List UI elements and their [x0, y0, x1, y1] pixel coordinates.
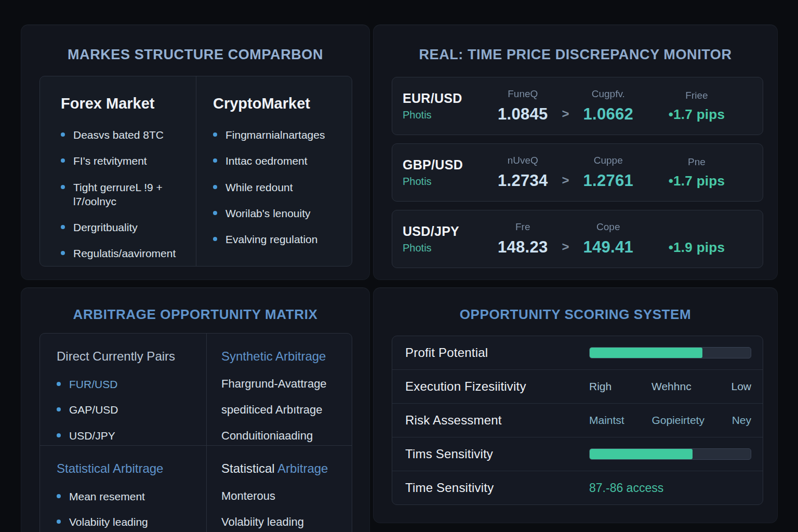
arbitrage-matrix-title: ARBITRAGE OPPORTUNITY MATRIX — [21, 307, 369, 323]
forex-price-cell: nUveQ 1.2734 — [490, 155, 556, 190]
score-row-risk-assessment: Risk Assessment Maintst Gopieirtety Ney — [392, 403, 763, 437]
crypto-price-cell: Cope 149.41 — [576, 221, 642, 257]
spread-cell: •1.9 pips — [641, 223, 752, 256]
list-item: Dergritbuality — [61, 220, 187, 234]
score-value-text: Wehhnc — [651, 380, 691, 393]
pair-sublabel: Photis — [403, 109, 490, 121]
list-item-text: GAP/USD — [69, 403, 118, 417]
spread-value: •1.9 pips — [641, 240, 752, 256]
score-value-area: Righ Wehhnc Low — [589, 380, 751, 393]
list-item-text: Fingmarnialnartages — [225, 128, 325, 142]
currency-pair-label: GBP/USD — [403, 157, 490, 172]
synthetic-arbitrage-heading: Synthetic Arbitrage — [221, 349, 343, 364]
list-item: FI's retvityment — [61, 154, 187, 168]
list-item-text: USD/JPY — [69, 429, 115, 443]
forex-price-value: 1.0845 — [490, 105, 556, 124]
forex-market-list: Deasvs bated 8TC FI's retvityment Tight … — [61, 128, 187, 261]
progress-bar-fill — [590, 348, 702, 358]
score-value-area — [589, 448, 751, 460]
currency-pair-label: USD/JPY — [403, 224, 490, 239]
bullet-dot-icon — [213, 158, 217, 163]
progress-bar-fill — [590, 449, 693, 459]
list-item: Fingmarnialnartages — [213, 128, 342, 142]
list-item-text: Volabiity leading — [221, 515, 343, 529]
price-row-gbpusd: GBP/USD Photis nUveQ 1.2734 > Cuppe 1.27… — [392, 143, 763, 202]
list-item: FUR/USD — [57, 377, 198, 391]
scoring-card: Profit Potential Execution Fizesiitivity… — [392, 336, 763, 505]
list-item-text: Dergritbuality — [73, 220, 138, 234]
bullet-dot-icon — [57, 382, 61, 386]
statistical-arbitrage-left-cell: Statistical Arbitrage Mean resement Vola… — [40, 445, 206, 532]
heading-part: Arbitrage — [275, 461, 328, 475]
statistical-arbitrage-right-cell: Statistical Arbitrage Monterous Volabiit… — [206, 445, 352, 532]
crypto-price-header: Cuppe — [576, 155, 642, 168]
list-item: Volabiity leading — [57, 515, 198, 529]
arrow-right-icon: > — [556, 240, 576, 254]
crypto-market-heading: CryptoMarket — [213, 95, 342, 112]
list-item: Mean resement — [57, 489, 198, 503]
bullet-dot-icon — [57, 433, 61, 437]
arbitrage-matrix-card: Direct Currently Pairs FUR/USD GAP/USD U… — [39, 333, 352, 532]
forex-price-cell: Fre 148.23 — [490, 221, 556, 257]
spread-header: Pne — [641, 156, 752, 170]
pair-sublabel: Photis — [403, 242, 490, 254]
synthetic-arbitrage-cell: Synthetic Arbitrage Fhargrund-Avattrage … — [206, 334, 352, 445]
forex-price-value: 1.2734 — [490, 171, 556, 190]
list-item-text: Regulatis/aaviroment — [73, 246, 176, 260]
forex-price-header: Fre — [490, 221, 556, 235]
direct-pairs-heading: Direct Currently Pairs — [57, 349, 198, 364]
market-comparison-card: Forex Market Deasvs bated 8TC FI's retvi… — [39, 76, 352, 267]
list-item-text: Inttac oedroment — [225, 154, 308, 168]
bullet-dot-icon — [57, 494, 61, 498]
forex-price-header: FuneQ — [490, 88, 556, 102]
list-item: Inttac oedroment — [213, 154, 342, 168]
bullet-dot-icon — [61, 225, 65, 229]
statistical-arbitrage-heading: Statistical Arbitrage — [221, 461, 343, 476]
forex-price-cell: FuneQ 1.0845 — [490, 88, 556, 124]
score-row-time-sensitivity-text: Time Sensitivity 87.-86 access — [392, 471, 763, 504]
pair-block: EUR/USD Photis — [403, 91, 490, 121]
score-value-area — [589, 347, 751, 358]
spread-header: Friee — [641, 90, 752, 103]
opportunity-scoring-panel: OPPORTUNITY SCORING SYSTEM Profit Potent… — [373, 287, 778, 523]
score-value-text: Righ — [589, 380, 611, 393]
list-item-text: While redount — [225, 180, 293, 194]
list-item-text: Conduitioniaading — [221, 429, 343, 443]
crypto-price-header: Cope — [576, 221, 642, 235]
bullet-dot-icon — [61, 185, 65, 189]
score-label: Execution Fizesiitivity — [405, 379, 526, 394]
score-label: Tims Sensitivity — [405, 447, 493, 461]
score-label: Risk Assessment — [405, 413, 502, 428]
forex-market-heading: Forex Market — [61, 95, 187, 112]
spread-cell: Pne •1.7 pips — [641, 156, 752, 189]
list-item: GAP/USD — [57, 403, 198, 417]
score-row-execution-feasibility: Execution Fizesiitivity Righ Wehhnc Low — [392, 369, 763, 403]
list-item: Evalving regulation — [213, 232, 342, 246]
arbitrage-matrix-panel: ARBITRAGE OPPORTUNITY MATRIX Direct Curr… — [21, 287, 370, 532]
arrow-right-icon: > — [556, 107, 576, 121]
spread-cell: Friee •1.7 pips — [641, 90, 752, 123]
score-value-area: Maintst Gopieirtety Ney — [589, 414, 751, 427]
price-discrepancy-panel: REAL: TIME PRICE DISCREPANCY MONITOR EUR… — [373, 24, 778, 280]
score-row-profit-potential: Profit Potential — [392, 336, 763, 369]
list-item: USD/JPY — [57, 429, 198, 443]
list-item-text: FI's retvityment — [73, 154, 147, 168]
statistical-arbitrage-list: Mean resement Volabiity leading — [57, 489, 198, 529]
direct-pairs-list: FUR/USD GAP/USD USD/JPY — [57, 377, 198, 443]
list-item: Deasvs bated 8TC — [61, 128, 187, 142]
list-item: Regulatis/aaviroment — [61, 246, 187, 260]
direct-pairs-cell: Direct Currently Pairs FUR/USD GAP/USD U… — [40, 334, 206, 445]
market-structure-title: MARKES STRUCTURE COMPARBON — [21, 47, 369, 63]
score-value-text: Ney — [732, 414, 751, 427]
market-structure-panel: MARKES STRUCTURE COMPARBON Forex Market … — [21, 24, 370, 280]
crypto-market-list: Fingmarnialnartages Inttac oedroment Whi… — [213, 128, 342, 246]
crypto-price-cell: Cugpfv. 1.0662 — [576, 88, 642, 124]
crypto-price-cell: Cuppe 1.2761 — [576, 155, 642, 190]
score-value-text: 87.-86 access — [589, 481, 663, 495]
list-item: Tight gerrureL !9 + l7/oolnyc — [61, 180, 187, 209]
list-item-text: Worilab's lenouity — [225, 206, 311, 220]
bullet-dot-icon — [213, 237, 217, 241]
crypto-price-header: Cugpfv. — [576, 88, 642, 102]
list-item-text: spediticed Arbıtrage — [221, 403, 343, 417]
list-item-text: Deasvs bated 8TC — [73, 128, 164, 142]
